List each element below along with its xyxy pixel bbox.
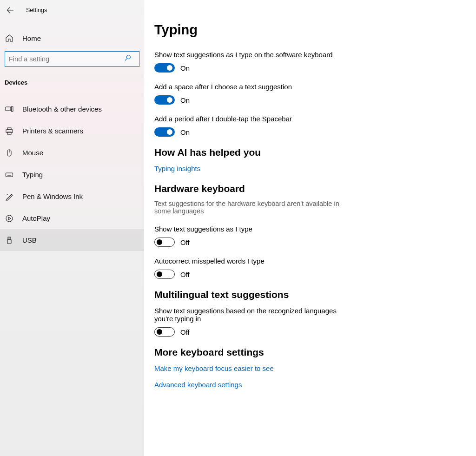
toggle-hw-suggestions[interactable] <box>154 238 175 247</box>
sidebar-home-label: Home <box>22 34 41 42</box>
keyboard-icon <box>5 170 14 179</box>
toggle-state-label: Off <box>180 328 190 336</box>
toggle-state-label: On <box>180 128 190 136</box>
svg-rect-4 <box>7 128 11 130</box>
toggle-state-label: Off <box>180 271 190 278</box>
toggle-state-label: Off <box>180 238 190 246</box>
sidebar-item-label: Bluetooth & other devices <box>22 105 102 113</box>
sidebar-item-label: AutoPlay <box>22 214 50 222</box>
toggle-multilingual[interactable] <box>154 327 175 337</box>
setting-hw-suggestions: Show text suggestions as I type Off <box>154 225 405 247</box>
setting-autocorrect: Autocorrect misspelled words I type Off <box>154 257 405 279</box>
sidebar-item-label: USB <box>22 236 37 244</box>
sidebar-item-autoplay[interactable]: AutoPlay <box>0 207 144 229</box>
sidebar-item-mouse[interactable]: Mouse <box>0 142 144 164</box>
link-typing-insights[interactable]: Typing insights <box>154 165 200 172</box>
svg-rect-2 <box>12 106 13 112</box>
home-icon <box>5 33 14 43</box>
toggle-state-label: On <box>180 96 190 104</box>
sidebar-item-label: Mouse <box>22 149 43 157</box>
usb-icon <box>5 236 14 245</box>
sidebar-item-bluetooth[interactable]: Bluetooth & other devices <box>0 98 144 120</box>
sidebar-item-home[interactable]: Home <box>0 29 144 47</box>
main-content: Typing Show text suggestions as I type o… <box>144 0 476 456</box>
link-advanced-keyboard[interactable]: Advanced keyboard settings <box>154 381 405 389</box>
page-title: Typing <box>154 22 405 38</box>
sidebar-item-printers[interactable]: Printers & scanners <box>0 120 144 142</box>
sidebar-item-label: Typing <box>22 171 43 178</box>
svg-rect-16 <box>7 239 11 244</box>
sidebar-item-typing[interactable]: Typing <box>0 164 144 185</box>
toggle-add-space[interactable] <box>154 95 175 105</box>
setting-label: Show text suggestions based on the recog… <box>154 307 340 323</box>
setting-add-space: Add a space after I choose a text sugges… <box>154 83 405 105</box>
section-hardware-desc: Text suggestions for the hardware keyboa… <box>154 200 350 215</box>
toggle-software-suggestions[interactable] <box>154 63 175 73</box>
more-links: Make my keyboard focus easier to see Adv… <box>154 364 405 389</box>
svg-rect-1 <box>6 107 11 111</box>
back-button[interactable] <box>6 6 15 15</box>
autoplay-icon <box>5 214 14 223</box>
section-more-title: More keyboard settings <box>154 347 405 358</box>
printer-icon <box>5 126 14 136</box>
window-title: Settings <box>26 7 47 13</box>
setting-label: Autocorrect misspelled words I type <box>154 257 405 265</box>
titlebar: Settings <box>0 0 144 20</box>
setting-add-period: Add a period after I double-tap the Spac… <box>154 115 405 137</box>
section-multilingual-title: Multilingual text suggestions <box>154 289 405 300</box>
nav-list: Bluetooth & other devices Printers & sca… <box>0 98 144 251</box>
sidebar-item-label: Printers & scanners <box>22 127 83 135</box>
svg-rect-8 <box>6 173 13 177</box>
setting-multilingual: Show text suggestions based on the recog… <box>154 307 405 337</box>
devices-icon <box>5 105 14 114</box>
sidebar: Settings Home Devices Bluetooth & other … <box>0 0 144 456</box>
sidebar-item-label: Pen & Windows Ink <box>22 192 83 200</box>
setting-label: Show text suggestions as I type <box>154 225 405 233</box>
setting-label: Add a period after I double-tap the Spac… <box>154 115 405 123</box>
toggle-state-label: On <box>180 64 190 72</box>
section-hardware-title: Hardware keyboard <box>154 183 405 194</box>
toggle-add-period[interactable] <box>154 127 175 137</box>
svg-point-14 <box>6 215 13 222</box>
toggle-autocorrect[interactable] <box>154 270 175 279</box>
sidebar-item-usb[interactable]: USB <box>0 229 144 251</box>
search-container <box>0 47 144 73</box>
arrow-left-icon <box>7 7 14 14</box>
section-ai-title: How AI has helped you <box>154 147 405 158</box>
setting-label: Show text suggestions as I type on the s… <box>154 51 405 59</box>
mouse-icon <box>5 148 14 158</box>
setting-software-suggestions: Show text suggestions as I type on the s… <box>154 51 405 73</box>
svg-rect-15 <box>8 237 11 239</box>
setting-label: Add a space after I choose a text sugges… <box>154 83 405 91</box>
sidebar-item-pen[interactable]: Pen & Windows Ink <box>0 185 144 207</box>
category-header: Devices <box>0 73 144 86</box>
link-keyboard-focus[interactable]: Make my keyboard focus easier to see <box>154 364 405 372</box>
pen-icon <box>5 192 14 201</box>
search-input[interactable] <box>5 51 139 67</box>
